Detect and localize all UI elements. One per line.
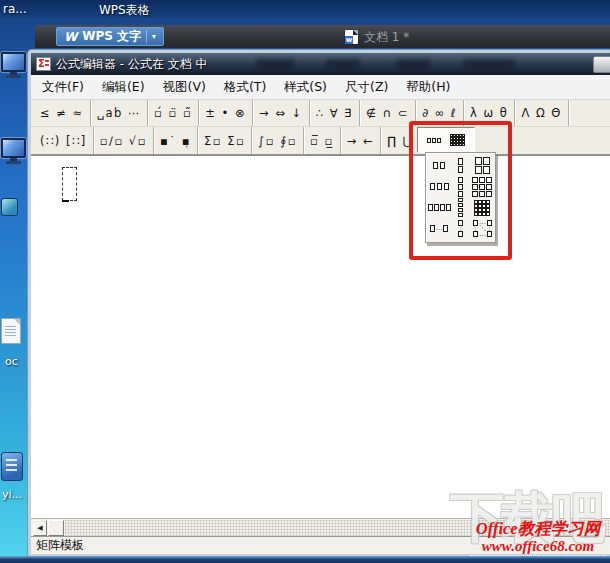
- menu-edit[interactable]: 编辑(E): [93, 75, 154, 99]
- document-tab-label: 文档 1 *: [364, 29, 409, 46]
- script-templates-button[interactable]: ▪˙ ▪̣: [154, 127, 198, 154]
- scroll-thumb[interactable]: [48, 520, 64, 536]
- set-theory-symbols-button[interactable]: ∉ ∩ ⊂: [360, 100, 416, 126]
- taskbar-strip: [0, 556, 610, 563]
- desktop-screen: ra... WPS表格 oc yi... W WPS 文字 ▾ w 文档 1 *…: [0, 0, 610, 563]
- symbol-toolbar-row: ≤ ≠ ≈␣ab ⋯▫́ ▫̈ ▫̃± • ⊗→ ⇔ ↓∴ ∀ ∃∉ ∩ ⊂∂ …: [31, 100, 610, 127]
- labeled-arrow-templates-button[interactable]: → ←: [341, 127, 381, 154]
- status-text: 矩阵模板: [36, 538, 84, 552]
- monitor-icon: [1, 138, 26, 158]
- menu-file[interactable]: 文件(F): [33, 75, 93, 99]
- wps-logo-icon: W: [64, 31, 77, 43]
- relational-symbols-button[interactable]: ≤ ≠ ≈: [34, 100, 91, 126]
- arrow-symbols-button[interactable]: → ⇔ ↓: [253, 100, 310, 126]
- menu-view[interactable]: 视图(V): [154, 75, 215, 99]
- logical-symbols-button[interactable]: ∴ ∀ ∃: [310, 100, 360, 126]
- divider: [146, 30, 147, 43]
- menu-size[interactable]: 尺寸(Z): [336, 75, 397, 99]
- bar-templates-button[interactable]: ▫̅ ▫̲: [304, 127, 341, 154]
- menu-style[interactable]: 样式(S): [275, 75, 336, 99]
- blur-artifact: [326, 59, 360, 68]
- equation-edit-area[interactable]: [31, 155, 610, 518]
- blur-artifact: [463, 59, 515, 68]
- wps-app-button[interactable]: W WPS 文字 ▾: [56, 27, 164, 46]
- equation-editor-icon: Σ: [36, 57, 51, 71]
- wps-app-button-label: WPS 文字: [82, 28, 141, 45]
- desktop-icon-blue-file[interactable]: [1, 452, 23, 481]
- blur-artifact: [396, 59, 430, 68]
- fence-templates-button[interactable]: (∷) [∷]: [34, 127, 94, 154]
- watermark-site: Office教程学习网 www.office68.com: [470, 519, 606, 556]
- operator-symbols-button[interactable]: ± • ⊗: [199, 100, 253, 126]
- empty-equation-slot[interactable]: [62, 167, 77, 201]
- window-title: 公式编辑器 - 公式在 文档 中: [56, 56, 208, 73]
- wps-writer-titlebar: W WPS 文字 ▾ w 文档 1 *: [35, 25, 610, 48]
- menu-help[interactable]: 帮助(H): [397, 75, 459, 99]
- desktop-icon-label: yi...: [2, 488, 22, 501]
- desktop-icon-computer-1[interactable]: [1, 52, 26, 78]
- monitor-icon: [1, 52, 26, 72]
- document-icon: w: [345, 30, 358, 44]
- watermark-site-url: www.office68.com: [470, 538, 606, 556]
- title-bar[interactable]: Σ 公式编辑器 - 公式在 文档 中: [31, 53, 610, 75]
- annotation-red-box: [409, 121, 512, 260]
- desktop-icon-computer-2[interactable]: [1, 138, 26, 164]
- desktop-icon-label: oc: [5, 355, 18, 368]
- template-toolbar-row: (∷) [∷]▫∕▫ √▫▪˙ ▪̣Σ▫ Σ▫∫▫ ∮▫▫̅ ▫̲→ ←∏ ⋃: [31, 127, 610, 154]
- document-tab[interactable]: w 文档 1 *: [345, 28, 409, 46]
- desktop-icon-small[interactable]: [1, 198, 18, 216]
- chevron-down-icon[interactable]: ▾: [152, 32, 156, 41]
- toolbar: ≤ ≠ ≈␣ab ⋯▫́ ▫̈ ▫̃± • ⊗→ ⇔ ↓∴ ∀ ∃∉ ∩ ⊂∂ …: [31, 100, 610, 155]
- background-window-strip: [0, 0, 610, 18]
- equation-editor-window: Σ 公式编辑器 - 公式在 文档 中 文件(F)编辑(E)视图(V)格式(T)样…: [28, 50, 610, 557]
- close-button[interactable]: [593, 56, 610, 73]
- summation-templates-button[interactable]: Σ▫ Σ▫: [198, 127, 252, 154]
- watermark-site-name: Office教程学习网: [470, 519, 606, 538]
- menu-bar: 文件(F)编辑(E)视图(V)格式(T)样式(S)尺寸(Z)帮助(H): [31, 75, 610, 100]
- desktop-label-truncated: ra...: [3, 2, 27, 16]
- desktop-icon-document[interactable]: [1, 318, 21, 344]
- wps-spreadsheet-label: WPS表格: [99, 2, 150, 19]
- scroll-left-button[interactable]: ◀: [33, 520, 47, 536]
- spaces-ellipses-button[interactable]: ␣ab ⋯: [91, 100, 148, 126]
- greek-uppercase-button[interactable]: Λ Ω Θ: [515, 100, 569, 126]
- menu-format[interactable]: 格式(T): [215, 75, 275, 99]
- embellishments-button[interactable]: ▫́ ▫̈ ▫̃: [148, 100, 199, 126]
- fraction-radical-templates-button[interactable]: ▫∕▫ √▫: [94, 127, 154, 154]
- integral-templates-button[interactable]: ∫▫ ∮▫: [252, 127, 304, 154]
- blur-artifact: [256, 59, 294, 68]
